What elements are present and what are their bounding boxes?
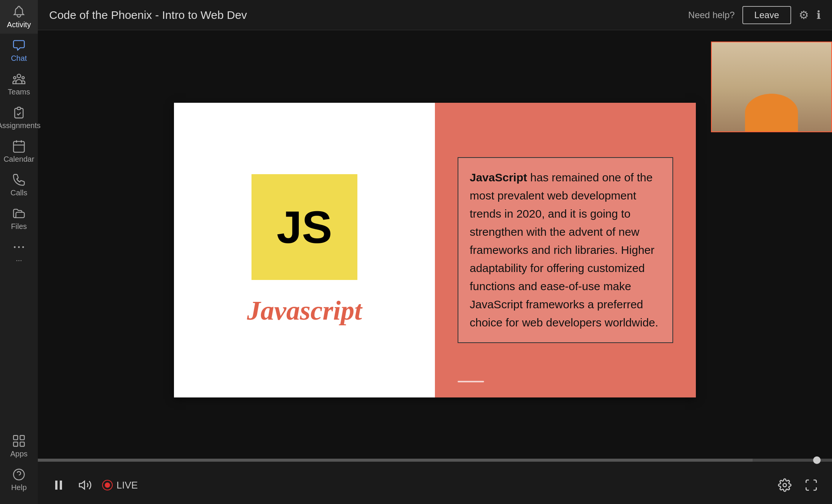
volume-icon [78,478,92,492]
svg-rect-7 [20,442,24,446]
sidebar: Activity Chat Teams Assignments Calendar… [0,0,38,504]
svg-rect-10 [60,481,62,490]
js-logo-box: JS [251,174,357,280]
svg-point-2 [18,246,20,248]
slide-left-panel: JS Javascript [174,103,435,397]
files-icon [12,206,26,221]
sidebar-item-calendar[interactable]: Calendar [0,135,38,168]
live-dot [105,482,110,488]
teams-label: Teams [8,88,30,96]
need-help-text[interactable]: Need help? [688,10,735,20]
more-icon [12,240,26,254]
live-badge: LIVE [102,479,138,491]
calls-label: Calls [11,189,27,197]
sidebar-item-assignments[interactable]: Assignments [0,101,38,135]
apps-label: Apps [10,450,28,458]
svg-rect-9 [55,481,57,490]
sidebar-item-help[interactable]: Help [10,463,28,496]
slide-text-box: JavaScript has remained one of the most … [458,157,673,343]
settings-icon[interactable]: ⚙ [799,8,809,22]
more-label: ··· [16,256,22,264]
svg-rect-6 [14,442,18,446]
slide-indicator [458,381,484,382]
sidebar-item-calls[interactable]: Calls [0,168,38,202]
sidebar-item-chat[interactable]: Chat [0,34,38,67]
fullscreen-icon [804,478,818,492]
apps-icon [12,434,26,448]
svg-rect-4 [14,436,18,440]
info-icon[interactable]: ℹ [816,8,821,22]
help-label: Help [11,483,26,492]
help-icon [12,467,26,482]
svg-point-1 [14,246,16,248]
right-controls [775,476,821,495]
svg-point-8 [14,469,25,480]
live-label: LIVE [116,479,138,491]
calendar-label: Calendar [3,155,34,164]
svg-rect-5 [20,436,24,440]
slide-right-panel: JavaScript has remained one of the most … [435,103,696,397]
sidebar-item-more[interactable]: ··· [0,235,38,269]
sidebar-item-apps[interactable]: Apps [10,429,28,463]
settings-control-icon [778,478,792,492]
assignments-icon [12,105,26,120]
progress-dot [813,456,821,464]
pause-icon [52,478,65,492]
sidebar-item-teams[interactable]: Teams [0,67,38,101]
assignments-label: Assignments [0,121,40,130]
js-logo-text: JS [277,204,332,250]
files-label: Files [11,222,27,231]
activity-label: Activity [7,20,31,29]
leave-button[interactable]: Leave [742,6,791,24]
progress-fill [38,459,753,462]
pause-button[interactable] [49,476,68,495]
webcam-overlay [711,42,832,132]
chat-icon [12,38,26,53]
settings-control-button[interactable] [775,476,794,495]
volume-button[interactable] [76,476,95,495]
teams-icon [12,72,26,86]
topbar-right: Need help? Leave ⚙ ℹ [688,6,821,24]
svg-point-3 [22,246,24,248]
js-title: Javascript [247,295,362,326]
live-ring [102,480,113,490]
controls-row: LIVE [38,466,832,504]
progress-bar[interactable] [38,459,832,462]
slide-text-bold: JavaScript [470,171,527,184]
svg-rect-0 [14,141,25,152]
person-body [745,94,798,131]
chat-label: Chat [11,54,27,63]
main-content: Code of the Phoenix - Intro to Web Dev N… [38,0,832,504]
bottom-bar: LIVE [38,459,832,504]
meeting-title: Code of the Phoenix - Intro to Web Dev [49,9,688,22]
video-container: JS Javascript JavaScript has remained on… [38,30,832,504]
slide-text-body: has remained one of the most prevalent w… [470,171,658,329]
topbar: Code of the Phoenix - Intro to Web Dev N… [38,0,832,30]
svg-point-11 [783,484,787,487]
calls-icon [12,173,26,187]
fullscreen-button[interactable] [802,476,821,495]
activity-icon [12,5,26,19]
presentation-slide: JS Javascript JavaScript has remained on… [174,103,696,397]
calendar-icon [12,139,26,153]
sidebar-item-activity[interactable]: Activity [0,0,38,34]
slide-area: JS Javascript JavaScript has remained on… [38,30,832,459]
sidebar-item-files[interactable]: Files [0,202,38,235]
